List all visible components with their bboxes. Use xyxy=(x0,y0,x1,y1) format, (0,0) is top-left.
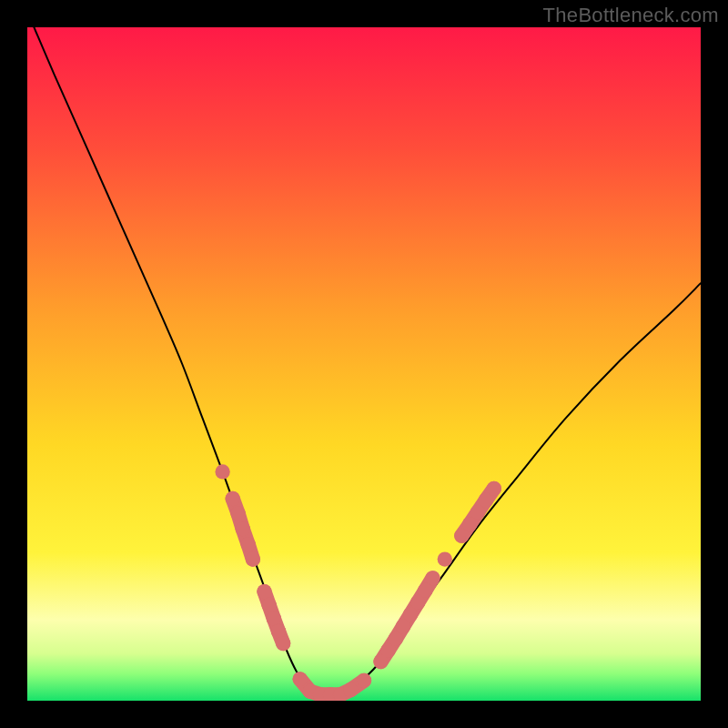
svg-point-30 xyxy=(246,551,260,566)
svg-point-41 xyxy=(343,682,358,697)
chart-background xyxy=(27,27,701,701)
svg-point-25 xyxy=(215,464,229,479)
svg-point-27 xyxy=(230,506,245,521)
svg-point-32 xyxy=(262,598,277,612)
svg-point-51 xyxy=(438,551,452,566)
watermark-text: TheBottleneck.com xyxy=(543,4,719,27)
svg-point-50 xyxy=(425,571,440,585)
svg-point-54 xyxy=(470,505,485,520)
svg-point-29 xyxy=(241,537,256,551)
chart-svg xyxy=(27,27,701,701)
svg-point-33 xyxy=(267,612,281,626)
svg-point-26 xyxy=(226,491,240,506)
svg-point-42 xyxy=(357,673,371,688)
svg-point-56 xyxy=(487,481,501,496)
svg-point-35 xyxy=(276,636,290,651)
chart-plot xyxy=(27,27,701,701)
svg-point-31 xyxy=(257,584,271,599)
svg-point-36 xyxy=(293,672,308,686)
svg-point-53 xyxy=(462,517,477,531)
chart-stage: TheBottleneck.com xyxy=(0,0,728,728)
svg-point-28 xyxy=(236,521,250,536)
